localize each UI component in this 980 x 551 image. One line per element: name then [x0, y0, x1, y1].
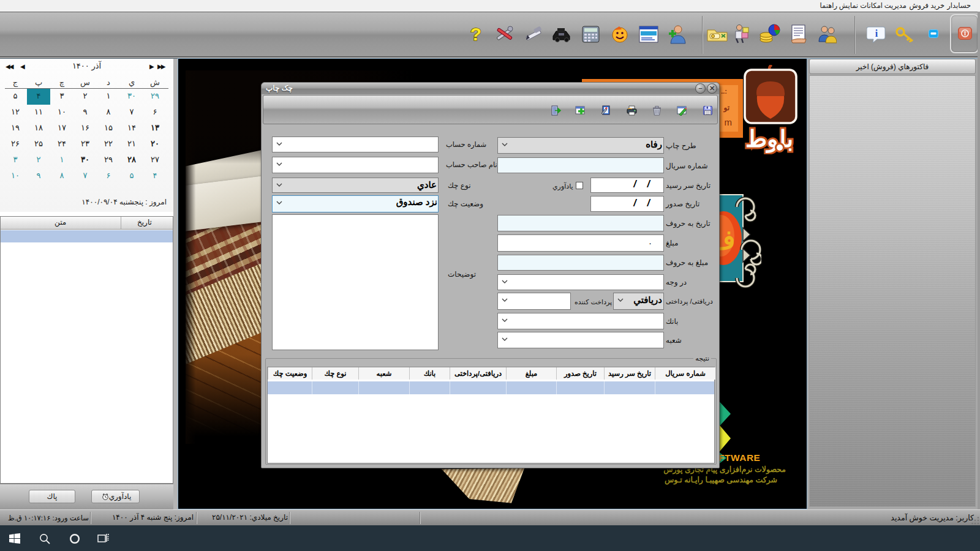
svg-text:i: i: [875, 28, 878, 39]
svg-text:بلوط: بلوط: [745, 126, 793, 154]
svg-text:?: ?: [470, 24, 481, 44]
